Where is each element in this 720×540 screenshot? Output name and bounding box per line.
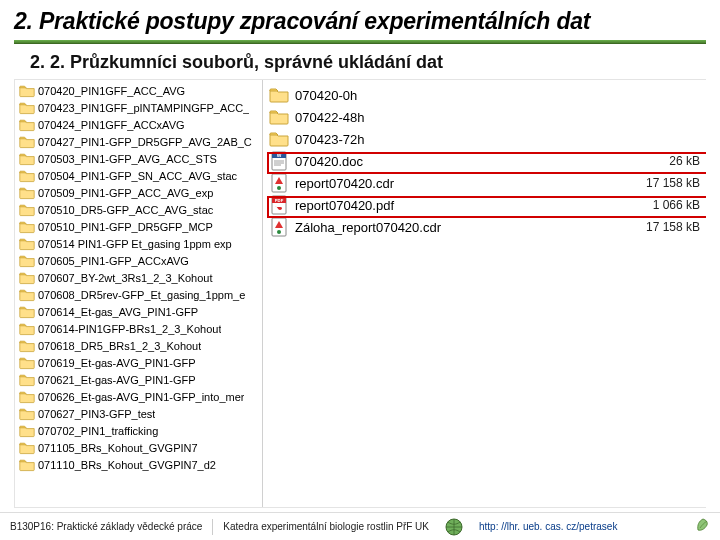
file-name: 070420-0h — [295, 88, 620, 103]
folder-tree-label: 070702_PIN1_trafficking — [38, 425, 158, 437]
leaf-icon — [694, 518, 712, 536]
folder-tree-item[interactable]: 071105_BRs_Kohout_GVGPIN7 — [15, 439, 262, 456]
footer-mid: Katedra experimentální biologie rostlin … — [213, 521, 439, 532]
footer-link[interactable]: http: //lhr. ueb. cas. cz/petrasek — [469, 521, 627, 532]
folder-icon — [19, 203, 35, 217]
folder-tree-item[interactable]: 070605_PIN1-GFP_ACCxAVG — [15, 252, 262, 269]
file-list-row[interactable]: 070420-0h — [269, 84, 700, 106]
folder-tree-label: 070605_PIN1-GFP_ACCxAVG — [38, 255, 189, 267]
folder-tree-label: 070423_PIN1GFF_pINTAMPINGFP_ACC_ — [38, 102, 249, 114]
folder-tree-item[interactable]: 070504_PIN1-GFP_SN_ACC_AVG_stac — [15, 167, 262, 184]
folder-tree-item[interactable]: 070619_Et-gas-AVG_PIN1-GFP — [15, 354, 262, 371]
folder-icon — [19, 356, 35, 370]
folder-tree-item[interactable]: 070420_PIN1GFF_ACC_AVG — [15, 82, 262, 99]
folder-icon — [19, 186, 35, 200]
folder-icon — [19, 458, 35, 472]
file-name: 070423-72h — [295, 132, 620, 147]
subtitle: 2. 2. Průzkumníci souborů, správné uklád… — [0, 50, 720, 79]
folder-tree-item[interactable]: 070424_PIN1GFF_ACCxAVG — [15, 116, 262, 133]
file-list-row[interactable]: 070423-72h — [269, 128, 700, 150]
pdf-icon: PDF — [269, 195, 289, 215]
folder-tree-label: 070614_Et-gas_AVG_PIN1-GFP — [38, 306, 198, 318]
folder-tree-label: 070510_PIN1-GFP_DR5GFP_MCP — [38, 221, 213, 233]
folder-tree-label: 070504_PIN1-GFP_SN_ACC_AVG_stac — [38, 170, 237, 182]
footer: B130P16: Praktické základy vědecké práce… — [0, 512, 720, 540]
folder-tree-item[interactable]: 070509_PIN1-GFP_ACC_AVG_exp — [15, 184, 262, 201]
folder-icon — [19, 288, 35, 302]
explorer-panels: 070420_PIN1GFF_ACC_AVG070423_PIN1GFF_pIN… — [14, 79, 706, 508]
svg-text:W: W — [277, 152, 282, 158]
title-rule — [14, 40, 706, 44]
svg-point-8 — [277, 230, 281, 234]
folder-tree-label: 070503_PIN1-GFP_AVG_ACC_STS — [38, 153, 217, 165]
folder-icon — [269, 107, 289, 127]
file-list-row[interactable]: W070420.doc26 kB — [269, 150, 700, 172]
folder-tree-item[interactable]: 070514 PIN1-GFP Et_gasing 1ppm exp — [15, 235, 262, 252]
corel-cdr-icon — [269, 173, 289, 193]
folder-tree-label: 070614-PIN1GFP-BRs1_2_3_Kohout — [38, 323, 221, 335]
file-list-row[interactable]: report070420.cdr17 158 kB — [269, 172, 700, 194]
folder-tree-label: 070627_PIN3-GFP_test — [38, 408, 155, 420]
page-title: 2. Praktické postupy zpracování experime… — [14, 8, 706, 35]
folder-tree-item[interactable]: 070626_Et-gas-AVG_PIN1-GFP_into_mer — [15, 388, 262, 405]
folder-icon — [19, 237, 35, 251]
folder-icon — [19, 169, 35, 183]
folder-tree-item[interactable]: 070618_DR5_BRs1_2_3_Kohout — [15, 337, 262, 354]
file-list-row[interactable]: Záloha_report070420.cdr17 158 kB — [269, 216, 700, 238]
folder-tree-item[interactable]: 070503_PIN1-GFP_AVG_ACC_STS — [15, 150, 262, 167]
folder-tree-item[interactable]: 070627_PIN3-GFP_test — [15, 405, 262, 422]
svg-text:PDF: PDF — [275, 198, 284, 203]
file-size: 17 158 kB — [620, 220, 700, 234]
folder-tree-item[interactable]: 070423_PIN1GFF_pINTAMPINGFP_ACC_ — [15, 99, 262, 116]
file-name: 070420.doc — [295, 154, 620, 169]
folder-tree-item[interactable]: 071110_BRs_Kohout_GVGPIN7_d2 — [15, 456, 262, 473]
folder-tree-label: 071110_BRs_Kohout_GVGPIN7_d2 — [38, 459, 216, 471]
folder-tree-label: 070509_PIN1-GFP_ACC_AVG_exp — [38, 187, 213, 199]
folder-tree-item[interactable]: 070614-PIN1GFP-BRs1_2_3_Kohout — [15, 320, 262, 337]
folder-tree-label: 070618_DR5_BRs1_2_3_Kohout — [38, 340, 201, 352]
file-size: 1 066 kB — [620, 198, 700, 212]
folder-tree-item[interactable]: 070607_BY-2wt_3Rs1_2_3_Kohout — [15, 269, 262, 286]
folder-icon — [269, 85, 289, 105]
globe-icon — [445, 518, 463, 536]
svg-point-4 — [277, 186, 281, 190]
folder-tree-label: 070424_PIN1GFF_ACCxAVG — [38, 119, 185, 131]
file-list-pane[interactable]: 070420-0h070422-48h070423-72hW070420.doc… — [263, 80, 706, 507]
folder-icon — [19, 84, 35, 98]
folder-icon — [19, 373, 35, 387]
folder-tree-label: 070510_DR5-GFP_ACC_AVG_stac — [38, 204, 213, 216]
folder-tree-label: 071105_BRs_Kohout_GVGPIN7 — [38, 442, 198, 454]
folder-tree-item[interactable]: 070608_DR5rev-GFP_Et_gasing_1ppm_e — [15, 286, 262, 303]
folder-icon — [19, 101, 35, 115]
folder-tree-label: 070626_Et-gas-AVG_PIN1-GFP_into_mer — [38, 391, 244, 403]
folder-icon — [19, 220, 35, 234]
folder-icon — [19, 407, 35, 421]
folder-icon — [19, 322, 35, 336]
folder-tree-item[interactable]: 070510_DR5-GFP_ACC_AVG_stac — [15, 201, 262, 218]
word-doc-icon: W — [269, 151, 289, 171]
file-list-row[interactable]: PDFreport070420.pdf1 066 kB — [269, 194, 700, 216]
folder-tree-label: 070621_Et-gas-AVG_PIN1-GFP — [38, 374, 196, 386]
folder-tree-pane[interactable]: 070420_PIN1GFF_ACC_AVG070423_PIN1GFF_pIN… — [15, 80, 263, 507]
folder-tree-item[interactable]: 070510_PIN1-GFP_DR5GFP_MCP — [15, 218, 262, 235]
file-size: 26 kB — [620, 154, 700, 168]
folder-tree-item[interactable]: 070427_PIN1-GFP_DR5GFP_AVG_2AB_C — [15, 133, 262, 150]
folder-icon — [19, 254, 35, 268]
folder-icon — [19, 152, 35, 166]
folder-tree-item[interactable]: 070702_PIN1_trafficking — [15, 422, 262, 439]
corel-cdr-icon — [269, 217, 289, 237]
footer-left: B130P16: Praktické základy vědecké práce — [0, 521, 212, 532]
folder-icon — [269, 129, 289, 149]
folder-tree-label: 070420_PIN1GFF_ACC_AVG — [38, 85, 185, 97]
folder-tree-label: 070608_DR5rev-GFP_Et_gasing_1ppm_e — [38, 289, 245, 301]
folder-tree-item[interactable]: 070614_Et-gas_AVG_PIN1-GFP — [15, 303, 262, 320]
file-size: 17 158 kB — [620, 176, 700, 190]
file-name: report070420.cdr — [295, 176, 620, 191]
file-name: Záloha_report070420.cdr — [295, 220, 620, 235]
file-list-row[interactable]: 070422-48h — [269, 106, 700, 128]
folder-tree-label: 070514 PIN1-GFP Et_gasing 1ppm exp — [38, 238, 232, 250]
folder-tree-item[interactable]: 070621_Et-gas-AVG_PIN1-GFP — [15, 371, 262, 388]
folder-icon — [19, 339, 35, 353]
folder-icon — [19, 424, 35, 438]
folder-icon — [19, 441, 35, 455]
